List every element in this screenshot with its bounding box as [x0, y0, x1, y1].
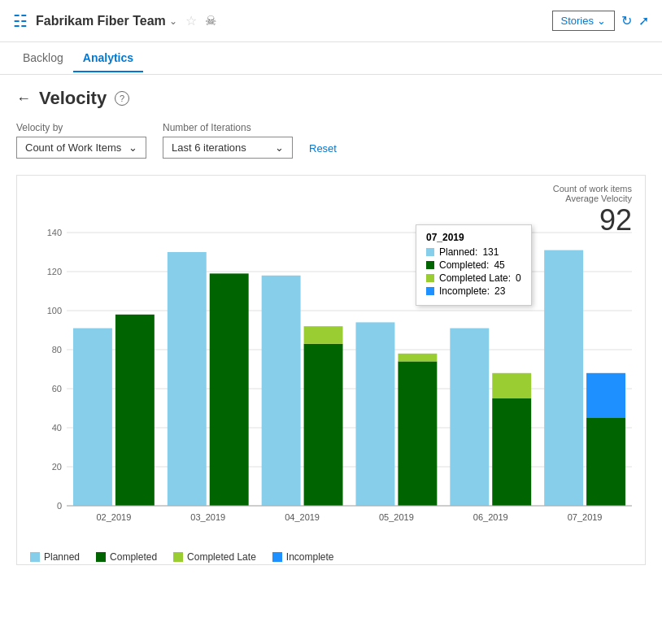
stories-chevron-icon: ⌄: [597, 15, 606, 27]
svg-rect-36: [586, 373, 625, 418]
tooltip-completed-late-dot: [426, 274, 434, 282]
stories-label: Stories: [561, 15, 594, 27]
tooltip-planned-label: Planned:: [439, 246, 477, 258]
tooltip-completed-late-value: 0: [516, 272, 521, 284]
svg-rect-19: [168, 252, 207, 506]
back-arrow-icon[interactable]: ←: [16, 90, 31, 107]
legend-completed-color: [96, 552, 106, 562]
iterations-value: Last 6 iterations: [172, 141, 246, 154]
page-title-row: ← Velocity ?: [16, 88, 646, 109]
svg-rect-20: [210, 273, 249, 506]
iterations-label: Number of Iterations: [163, 122, 293, 133]
nav-tabs: Backlog Analytics: [0, 42, 662, 75]
velocity-by-value: Count of Work Items: [25, 141, 121, 154]
svg-rect-24: [304, 326, 343, 344]
legend-incomplete: Incomplete: [272, 551, 334, 563]
expand-icon[interactable]: ➚: [638, 13, 649, 28]
svg-text:04_2019: 04_2019: [285, 512, 320, 522]
velocity-by-dropdown[interactable]: Count of Work Items ⌄: [16, 137, 146, 159]
svg-rect-31: [492, 398, 531, 506]
velocity-by-group: Velocity by Count of Work Items ⌄: [16, 122, 146, 159]
svg-text:60: 60: [52, 384, 62, 394]
svg-rect-17: [115, 315, 155, 506]
svg-text:05_2019: 05_2019: [379, 512, 414, 522]
tooltip-incomplete-value: 23: [494, 285, 505, 297]
svg-text:140: 140: [47, 228, 62, 237]
page-content: ← Velocity ? Velocity by Count of Work I…: [0, 75, 662, 578]
velocity-chart: 02040608010012014002_201903_201904_20190…: [30, 197, 648, 538]
legend-incomplete-label: Incomplete: [286, 551, 334, 563]
svg-rect-30: [450, 329, 489, 506]
tooltip-planned-dot: [426, 248, 434, 256]
summary-value: 92: [553, 203, 632, 237]
svg-rect-22: [262, 276, 301, 506]
tooltip-planned-value: 131: [482, 246, 499, 258]
stories-button[interactable]: Stories ⌄: [552, 11, 615, 31]
tab-backlog[interactable]: Backlog: [13, 45, 73, 72]
svg-text:06_2019: 06_2019: [473, 512, 508, 522]
iterations-group: Number of Iterations Last 6 iterations ⌄: [163, 122, 293, 159]
legend-completed-late: Completed Late: [173, 551, 256, 563]
svg-text:80: 80: [52, 345, 62, 355]
header: ☷ Fabrikam Fiber Team ⌄ ☆ ☠ Stories ⌄ ↻ …: [0, 0, 662, 42]
tooltip-incomplete-dot: [426, 287, 434, 295]
svg-text:0: 0: [57, 501, 62, 511]
people-icon[interactable]: ☠: [205, 13, 216, 28]
legend-planned-color: [30, 552, 40, 562]
tooltip-box: 07_2019 Planned: 131 Completed: 45 Compl…: [416, 224, 532, 306]
svg-text:120: 120: [47, 267, 62, 276]
tooltip-completed: Completed: 45: [426, 259, 521, 271]
tooltip-incomplete: Incomplete: 23: [426, 285, 521, 297]
reset-button[interactable]: Reset: [309, 138, 337, 159]
summary-label1: Count of work items: [553, 184, 632, 194]
tooltip-incomplete-label: Incomplete:: [439, 285, 490, 297]
tooltip-completed-late-label: Completed Late:: [439, 272, 511, 284]
tooltip-completed-dot: [426, 261, 434, 269]
favorite-icon[interactable]: ☆: [185, 13, 197, 28]
chart-legend: Planned Completed Completed Late Incompl…: [30, 545, 632, 563]
svg-rect-32: [492, 373, 531, 398]
svg-rect-35: [586, 418, 625, 506]
svg-text:40: 40: [52, 423, 62, 433]
legend-completed-label: Completed: [110, 551, 157, 563]
tooltip-completed-late: Completed Late: 0: [426, 272, 521, 284]
legend-incomplete-color: [272, 552, 282, 562]
page-title: Velocity: [39, 88, 107, 109]
chart-summary: Count of work items Average Velocity 92: [553, 184, 632, 237]
svg-rect-28: [398, 354, 437, 362]
iterations-dropdown[interactable]: Last 6 iterations ⌄: [163, 137, 293, 159]
velocity-by-label: Velocity by: [16, 122, 146, 133]
summary-label2: Average Velocity: [553, 194, 632, 203]
refresh-icon[interactable]: ↻: [621, 13, 632, 28]
controls-row: Velocity by Count of Work Items ⌄ Number…: [16, 122, 646, 159]
svg-text:02_2019: 02_2019: [97, 512, 132, 522]
iterations-chevron-icon: ⌄: [275, 141, 284, 154]
velocity-by-chevron-icon: ⌄: [128, 141, 137, 154]
legend-planned: Planned: [30, 551, 80, 563]
svg-rect-23: [304, 344, 343, 506]
tooltip-title: 07_2019: [426, 232, 521, 243]
svg-text:100: 100: [47, 306, 62, 315]
header-right: Stories ⌄ ↻ ➚: [552, 11, 649, 31]
team-name: Fabrikam Fiber Team: [36, 14, 166, 28]
legend-completed-late-label: Completed Late: [187, 551, 256, 563]
svg-rect-34: [544, 250, 583, 506]
legend-planned-label: Planned: [44, 551, 80, 563]
svg-rect-27: [398, 361, 437, 506]
tooltip-completed-label: Completed:: [439, 259, 489, 271]
svg-rect-16: [73, 329, 112, 506]
tooltip-completed-value: 45: [494, 259, 504, 271]
svg-text:20: 20: [52, 462, 62, 472]
svg-rect-26: [356, 322, 395, 506]
app-icon: ☷: [13, 11, 28, 31]
tooltip-planned: Planned: 131: [426, 246, 521, 258]
svg-text:03_2019: 03_2019: [190, 512, 225, 522]
svg-text:07_2019: 07_2019: [568, 512, 603, 522]
legend-completed: Completed: [96, 551, 157, 563]
team-chevron-icon[interactable]: ⌄: [169, 15, 177, 27]
tab-analytics[interactable]: Analytics: [73, 45, 143, 72]
legend-completed-late-color: [173, 552, 183, 562]
help-icon[interactable]: ?: [115, 91, 129, 106]
chart-container: Count of work items Average Velocity 92 …: [16, 175, 646, 565]
